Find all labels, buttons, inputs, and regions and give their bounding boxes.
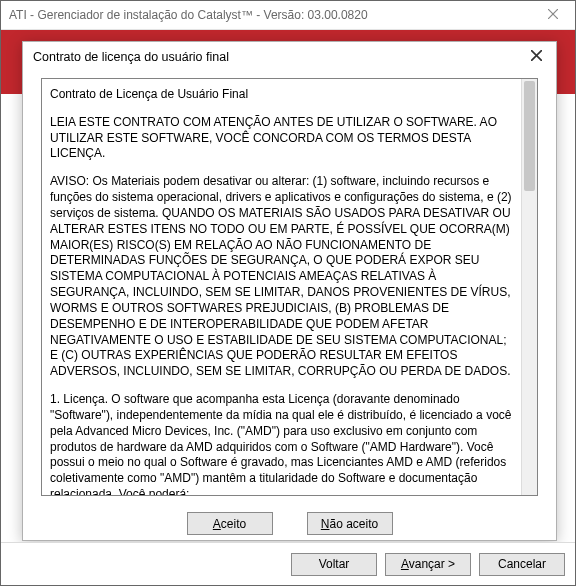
- license-frame: Contrato de Licença de Usuário Final LEI…: [41, 78, 538, 496]
- cancel-button[interactable]: Cancelar: [479, 553, 565, 576]
- wizard-nav-bar: Voltar Avançar > Cancelar: [1, 542, 575, 585]
- eula-button-row: Aceito Não aceito: [23, 496, 556, 545]
- back-button[interactable]: Voltar: [291, 553, 377, 576]
- license-scrollbar[interactable]: [521, 79, 537, 495]
- license-heading: Contrato de Licença de Usuário Final: [50, 87, 513, 103]
- license-intro: LEIA ESTE CONTRATO COM ATENÇÃO ANTES DE …: [50, 115, 513, 162]
- eula-dialog: Contrato de licença do usuário final Con…: [22, 41, 557, 541]
- dialog-title: Contrato de licença do usuário final: [33, 50, 229, 64]
- license-aviso: AVISO: Os Materiais podem desativar ou a…: [50, 174, 513, 380]
- dialog-header: Contrato de licença do usuário final: [23, 42, 556, 72]
- dialog-close-button[interactable]: [522, 46, 550, 68]
- outer-window-title: ATI - Gerenciador de instalação do Catal…: [9, 1, 368, 29]
- scrollbar-thumb[interactable]: [524, 81, 535, 191]
- close-icon: [531, 50, 542, 64]
- installer-window: ATI - Gerenciador de instalação do Catal…: [0, 0, 576, 586]
- next-button[interactable]: Avançar >: [385, 553, 471, 576]
- license-text: Contrato de Licença de Usuário Final LEI…: [42, 79, 521, 495]
- license-sec1-lead: 1. Licença. O software que acompanha est…: [50, 392, 513, 495]
- close-icon: [548, 1, 558, 29]
- decline-button[interactable]: Não aceito: [307, 512, 393, 535]
- outer-close-button[interactable]: [531, 1, 575, 29]
- outer-title-bar: ATI - Gerenciador de instalação do Catal…: [1, 1, 575, 30]
- license-container: Contrato de Licença de Usuário Final LEI…: [41, 78, 538, 496]
- accept-button[interactable]: Aceito: [187, 512, 273, 535]
